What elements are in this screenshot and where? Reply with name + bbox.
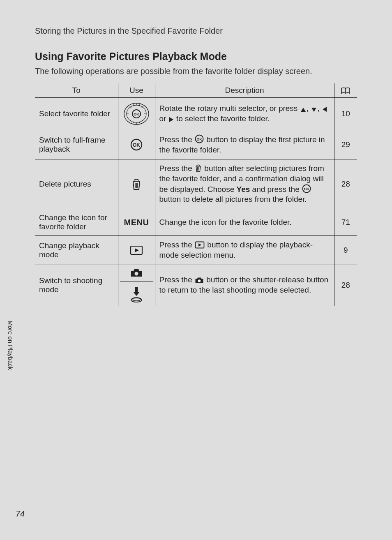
description-cell: Press the OK button to display the first…: [155, 130, 334, 159]
intro-text: The following operations are possible fr…: [35, 67, 357, 76]
camera-icon: [130, 268, 143, 277]
description-cell: Press the button after selecting picture…: [155, 159, 334, 209]
table-header-row: To Use Description: [35, 83, 357, 98]
trash-icon: [195, 164, 202, 172]
ok-button-icon: OK: [130, 138, 143, 151]
svg-text:OK: OK: [304, 187, 309, 191]
page-cell: 28: [334, 265, 357, 306]
shutter-release-icon: [129, 286, 143, 302]
menu-button-label: MENU: [124, 218, 149, 227]
table-row: Delete pictures Press the button after s…: [35, 159, 357, 209]
down-arrow-icon: [311, 107, 317, 112]
desc-text: Press the: [159, 164, 195, 173]
side-tab-label: More on Playback: [7, 318, 14, 370]
playback-button-icon: [130, 245, 143, 255]
use-cell: OK: [118, 130, 155, 159]
header-to: To: [35, 83, 118, 98]
svg-point-34: [198, 279, 201, 282]
to-cell: Switch to shooting mode: [35, 265, 118, 306]
to-cell: Change the icon for favorite folder: [35, 209, 118, 236]
book-icon: [341, 88, 350, 94]
up-arrow-icon: [300, 107, 306, 112]
page-cell: 9: [334, 236, 357, 265]
table-row: Select favorite folder OK: [35, 98, 357, 130]
use-cell: MENU: [118, 209, 155, 236]
header-use: Use: [118, 83, 155, 98]
right-arrow-icon: [169, 117, 174, 122]
svg-text:OK: OK: [133, 142, 140, 148]
page-cell: 28: [334, 159, 357, 209]
desc-text: to select the favorite folder.: [174, 114, 270, 123]
table-row: Change the icon for favorite folder MENU…: [35, 209, 357, 236]
svg-text:OK: OK: [134, 112, 139, 116]
left-arrow-icon: [322, 106, 327, 112]
description-cell: Change the icon for the favorite folder.: [155, 209, 334, 236]
table-row: Switch to full-frame playback OK Press t…: [35, 130, 357, 159]
header-page-ref-icon: [334, 83, 357, 98]
to-cell: Switch to full-frame playback: [35, 130, 118, 159]
ok-button-icon: OK: [195, 134, 204, 143]
page-header: Storing the Pictures in the Specified Fa…: [35, 26, 357, 36]
rotary-selector-icon: OK: [123, 100, 150, 127]
playback-button-icon: [195, 241, 205, 249]
operations-table: To Use Description Select favorite folde…: [35, 83, 357, 306]
to-cell: Delete pictures: [35, 159, 118, 209]
page-number: 74: [16, 509, 25, 519]
desc-text: Press the: [159, 275, 195, 284]
page-cell: 71: [334, 209, 357, 236]
svg-text:OK: OK: [196, 137, 202, 141]
use-cell: [118, 159, 155, 209]
desc-text: and press the: [250, 185, 302, 194]
table-row: Switch to shooting mode: [35, 265, 357, 306]
to-cell: Select favorite folder: [35, 98, 118, 130]
to-cell: Change playback mode: [35, 236, 118, 265]
use-cell: OK: [118, 98, 155, 130]
description-cell: Press the button or the shutter-release …: [155, 265, 334, 306]
page-cell: 10: [334, 98, 357, 130]
use-cell: [118, 265, 155, 306]
desc-text: Press the: [159, 240, 195, 249]
ok-button-icon: OK: [302, 184, 311, 193]
desc-bold: Yes: [237, 185, 250, 194]
desc-text: button to delete all pictures from the f…: [159, 195, 307, 203]
desc-text: Press the: [159, 135, 195, 144]
page-cell: 29: [334, 130, 357, 159]
description-cell: Press the button to display the playback…: [155, 236, 334, 265]
main-heading: Using Favorite Pictures Playback Mode: [35, 51, 357, 62]
side-tab: More on Playback: [6, 318, 15, 391]
description-cell: Rotate the rotary multi selector, or pre…: [155, 98, 334, 130]
table-row: Change playback mode Press the button to…: [35, 236, 357, 265]
trash-icon: [131, 178, 142, 190]
header-description: Description: [155, 83, 334, 98]
desc-text: Rotate the rotary multi selector, or pre…: [159, 104, 300, 113]
camera-icon: [195, 277, 204, 284]
use-cell: [118, 236, 155, 265]
svg-point-31: [135, 272, 138, 275]
